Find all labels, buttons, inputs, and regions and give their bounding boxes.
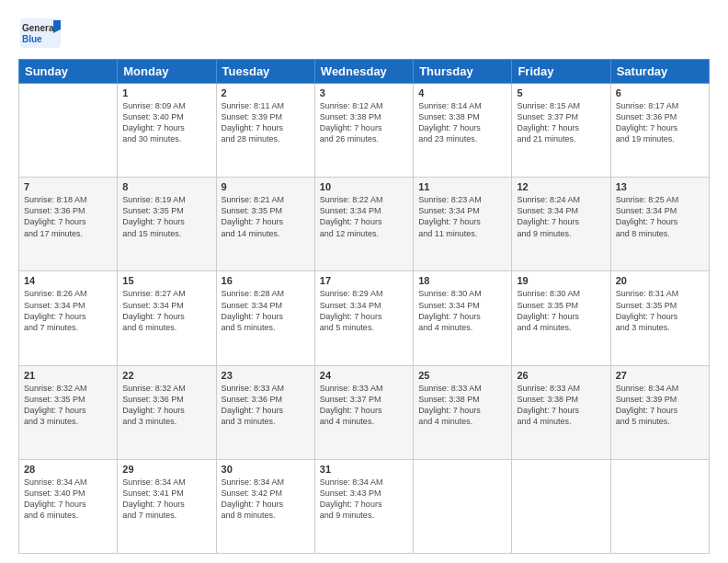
day-info: Sunrise: 8:18 AM Sunset: 3:36 PM Dayligh…: [24, 194, 112, 239]
day-number: 16: [222, 275, 310, 286]
calendar-cell: 30Sunrise: 8:34 AM Sunset: 3:42 PM Dayli…: [216, 459, 314, 553]
day-info: Sunrise: 8:31 AM Sunset: 3:35 PM Dayligh…: [616, 288, 704, 333]
day-number: 27: [616, 370, 704, 381]
day-number: 4: [418, 87, 506, 98]
day-info: Sunrise: 8:30 AM Sunset: 3:34 PM Dayligh…: [418, 288, 506, 333]
calendar-cell: 20Sunrise: 8:31 AM Sunset: 3:35 PM Dayli…: [610, 271, 709, 365]
day-number: 30: [222, 464, 310, 475]
day-number: 15: [122, 275, 210, 286]
calendar-cell: 3Sunrise: 8:12 AM Sunset: 3:38 PM Daylig…: [314, 84, 413, 178]
calendar-cell: 27Sunrise: 8:34 AM Sunset: 3:39 PM Dayli…: [610, 365, 709, 459]
day-info: Sunrise: 8:30 AM Sunset: 3:35 PM Dayligh…: [517, 288, 605, 333]
day-info: Sunrise: 8:19 AM Sunset: 3:35 PM Dayligh…: [122, 194, 210, 239]
day-info: Sunrise: 8:12 AM Sunset: 3:38 PM Dayligh…: [320, 100, 408, 145]
calendar-cell: 31Sunrise: 8:34 AM Sunset: 3:43 PM Dayli…: [314, 459, 413, 553]
calendar-week-row: 14Sunrise: 8:26 AM Sunset: 3:34 PM Dayli…: [19, 271, 710, 365]
day-number: 25: [418, 370, 506, 381]
day-info: Sunrise: 8:09 AM Sunset: 3:40 PM Dayligh…: [122, 100, 210, 145]
day-number: 10: [320, 181, 408, 192]
day-info: Sunrise: 8:34 AM Sunset: 3:41 PM Dayligh…: [122, 477, 210, 522]
day-info: Sunrise: 8:22 AM Sunset: 3:34 PM Dayligh…: [320, 194, 408, 239]
day-info: Sunrise: 8:27 AM Sunset: 3:34 PM Dayligh…: [122, 288, 210, 333]
calendar-table: SundayMondayTuesdayWednesdayThursdayFrid…: [18, 59, 710, 554]
day-info: Sunrise: 8:14 AM Sunset: 3:38 PM Dayligh…: [418, 100, 506, 145]
calendar-cell: 1Sunrise: 8:09 AM Sunset: 3:40 PM Daylig…: [118, 84, 216, 178]
calendar-cell: 18Sunrise: 8:30 AM Sunset: 3:34 PM Dayli…: [414, 271, 512, 365]
day-info: Sunrise: 8:32 AM Sunset: 3:36 PM Dayligh…: [122, 383, 210, 428]
header: General Blue: [18, 17, 710, 50]
day-number: 6: [616, 87, 704, 98]
calendar-cell: 7Sunrise: 8:18 AM Sunset: 3:36 PM Daylig…: [19, 178, 118, 271]
calendar-cell: [610, 459, 709, 553]
day-number: 14: [24, 275, 112, 286]
calendar-cell: [414, 459, 512, 553]
day-info: Sunrise: 8:34 AM Sunset: 3:39 PM Dayligh…: [616, 383, 704, 428]
svg-text:Blue: Blue: [22, 34, 42, 44]
day-number: 31: [320, 464, 408, 475]
calendar-cell: [512, 459, 610, 553]
calendar-cell: 11Sunrise: 8:23 AM Sunset: 3:34 PM Dayli…: [414, 178, 512, 271]
calendar-cell: 22Sunrise: 8:32 AM Sunset: 3:36 PM Dayli…: [118, 365, 216, 459]
day-number: 20: [616, 275, 704, 286]
day-number: 8: [122, 181, 210, 192]
calendar-cell: 25Sunrise: 8:33 AM Sunset: 3:38 PM Dayli…: [414, 365, 512, 459]
calendar-cell: 4Sunrise: 8:14 AM Sunset: 3:38 PM Daylig…: [414, 84, 512, 178]
calendar-cell: 9Sunrise: 8:21 AM Sunset: 3:35 PM Daylig…: [216, 178, 314, 271]
calendar-day-header: Saturday: [610, 60, 709, 84]
day-number: 5: [517, 87, 605, 98]
calendar-cell: 19Sunrise: 8:30 AM Sunset: 3:35 PM Dayli…: [512, 271, 610, 365]
day-number: 12: [517, 181, 605, 192]
day-number: 23: [222, 370, 310, 381]
calendar-week-row: 21Sunrise: 8:32 AM Sunset: 3:35 PM Dayli…: [19, 365, 710, 459]
calendar-cell: 26Sunrise: 8:33 AM Sunset: 3:38 PM Dayli…: [512, 365, 610, 459]
day-number: 1: [122, 87, 210, 98]
calendar-cell: 5Sunrise: 8:15 AM Sunset: 3:37 PM Daylig…: [512, 84, 610, 178]
calendar-day-header: Thursday: [414, 60, 512, 84]
day-info: Sunrise: 8:17 AM Sunset: 3:36 PM Dayligh…: [616, 100, 704, 145]
day-info: Sunrise: 8:34 AM Sunset: 3:40 PM Dayligh…: [24, 477, 112, 522]
day-number: 18: [418, 275, 506, 286]
day-info: Sunrise: 8:34 AM Sunset: 3:42 PM Dayligh…: [222, 477, 310, 522]
calendar-cell: 23Sunrise: 8:33 AM Sunset: 3:36 PM Dayli…: [216, 365, 314, 459]
day-number: 11: [418, 181, 506, 192]
calendar-header-row: SundayMondayTuesdayWednesdayThursdayFrid…: [19, 60, 710, 84]
day-info: Sunrise: 8:11 AM Sunset: 3:39 PM Dayligh…: [222, 100, 310, 145]
day-info: Sunrise: 8:29 AM Sunset: 3:34 PM Dayligh…: [320, 288, 408, 333]
calendar-cell: 14Sunrise: 8:26 AM Sunset: 3:34 PM Dayli…: [19, 271, 118, 365]
day-number: 2: [222, 87, 310, 98]
day-number: 22: [122, 370, 210, 381]
calendar-day-header: Sunday: [19, 60, 118, 84]
calendar-day-header: Monday: [118, 60, 216, 84]
logo-icon: General Blue: [18, 17, 63, 50]
svg-text:General: General: [22, 23, 56, 33]
day-info: Sunrise: 8:33 AM Sunset: 3:36 PM Dayligh…: [222, 383, 310, 428]
calendar-cell: 2Sunrise: 8:11 AM Sunset: 3:39 PM Daylig…: [216, 84, 314, 178]
day-number: 9: [222, 181, 310, 192]
calendar-cell: 13Sunrise: 8:25 AM Sunset: 3:34 PM Dayli…: [610, 178, 709, 271]
calendar-body: 1Sunrise: 8:09 AM Sunset: 3:40 PM Daylig…: [19, 84, 710, 554]
day-number: 3: [320, 87, 408, 98]
day-info: Sunrise: 8:32 AM Sunset: 3:35 PM Dayligh…: [24, 383, 112, 428]
day-info: Sunrise: 8:33 AM Sunset: 3:37 PM Dayligh…: [320, 383, 408, 428]
calendar-week-row: 28Sunrise: 8:34 AM Sunset: 3:40 PM Dayli…: [19, 459, 710, 553]
calendar-cell: 12Sunrise: 8:24 AM Sunset: 3:34 PM Dayli…: [512, 178, 610, 271]
day-info: Sunrise: 8:24 AM Sunset: 3:34 PM Dayligh…: [517, 194, 605, 239]
day-number: 21: [24, 370, 112, 381]
calendar-cell: 15Sunrise: 8:27 AM Sunset: 3:34 PM Dayli…: [118, 271, 216, 365]
day-info: Sunrise: 8:26 AM Sunset: 3:34 PM Dayligh…: [24, 288, 112, 333]
day-number: 29: [122, 464, 210, 475]
day-info: Sunrise: 8:33 AM Sunset: 3:38 PM Dayligh…: [418, 383, 506, 428]
day-info: Sunrise: 8:33 AM Sunset: 3:38 PM Dayligh…: [517, 383, 605, 428]
calendar-day-header: Friday: [512, 60, 610, 84]
day-number: 26: [517, 370, 605, 381]
day-info: Sunrise: 8:28 AM Sunset: 3:34 PM Dayligh…: [222, 288, 310, 333]
day-info: Sunrise: 8:25 AM Sunset: 3:34 PM Dayligh…: [616, 194, 704, 239]
day-info: Sunrise: 8:15 AM Sunset: 3:37 PM Dayligh…: [517, 100, 605, 145]
page: General Blue SundayMondayTuesdayWednesda…: [0, 0, 728, 563]
day-number: 24: [320, 370, 408, 381]
calendar-cell: 6Sunrise: 8:17 AM Sunset: 3:36 PM Daylig…: [610, 84, 709, 178]
day-number: 13: [616, 181, 704, 192]
day-info: Sunrise: 8:34 AM Sunset: 3:43 PM Dayligh…: [320, 477, 408, 522]
day-number: 28: [24, 464, 112, 475]
calendar-cell: 17Sunrise: 8:29 AM Sunset: 3:34 PM Dayli…: [314, 271, 413, 365]
